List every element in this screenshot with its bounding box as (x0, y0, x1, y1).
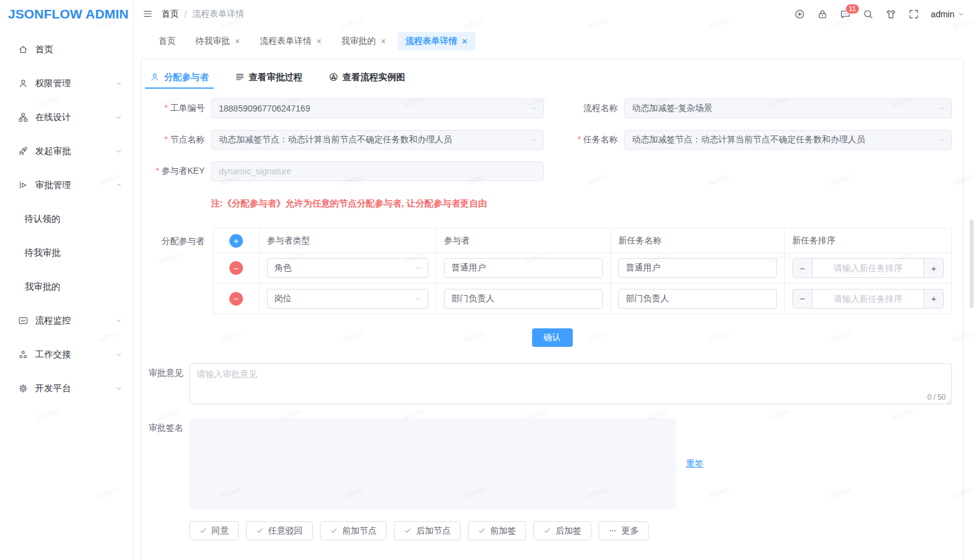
message-icon[interactable]: 11 (840, 9, 851, 20)
participant-input[interactable] (444, 289, 603, 309)
sidebar-item[interactable]: 流程监控 (0, 304, 133, 338)
sidebar-item-label: 发起审批 (35, 145, 115, 157)
participants-header-row: + 参与者类型 参与者 新任务名称 新任务排序 (213, 229, 951, 253)
sidebar-item[interactable]: 工作交接 (0, 338, 133, 371)
lock-icon[interactable] (817, 9, 828, 20)
content-tab[interactable]: 查看审批过程 (235, 65, 303, 89)
breadcrumb-separator: / (184, 9, 187, 19)
list-lines-icon (235, 72, 245, 82)
sidebar: JSONFLOW ADMIN 首页 权限管理 在线设计 发起审批 审批管理 待认… (0, 0, 134, 560)
content-tab[interactable]: 查看流程实例图 (329, 65, 406, 89)
collapse-menu-icon[interactable] (142, 9, 153, 19)
participant-input[interactable] (444, 258, 603, 278)
fullscreen-icon[interactable] (908, 9, 919, 20)
sidebar-subitem[interactable]: 待认领的 (0, 202, 133, 236)
chevron-down-icon (115, 384, 123, 392)
page-tab[interactable]: 流程表单详情 × (252, 32, 329, 51)
remove-row-button[interactable]: − (229, 261, 243, 275)
add-row-button[interactable]: + (229, 234, 243, 248)
opinion-field: 0 / 50 (189, 363, 952, 406)
participants-table: + 参与者类型 参与者 新任务名称 新任务排序 − 角色 − + − 岗位 (213, 228, 952, 314)
field-label-process-name: 流程名称 (550, 103, 618, 114)
decrease-button[interactable]: − (793, 259, 812, 277)
new-task-order-stepper: − + (792, 289, 944, 309)
decrease-button[interactable]: − (793, 290, 812, 308)
sidebar-item[interactable]: 权限管理 (0, 67, 133, 100)
column-header: 新任务名称 (611, 229, 785, 253)
monitor-chart-icon (18, 315, 28, 326)
increase-button[interactable]: + (924, 290, 943, 308)
confirm-button[interactable]: 确认 (532, 328, 573, 347)
resign-link[interactable]: 重签 (686, 458, 703, 469)
more-button[interactable]: 更多 (599, 521, 649, 540)
check-icon (543, 527, 551, 535)
close-icon[interactable]: × (316, 37, 321, 46)
breadcrumb-home[interactable]: 首页 (162, 9, 179, 20)
close-icon[interactable]: × (235, 37, 240, 46)
sidebar-item[interactable]: 发起审批 (0, 134, 133, 168)
page-tab[interactable]: 我审批的 × (333, 32, 393, 51)
header: 首页 / 流程表单详情 11 admin (134, 0, 976, 28)
action-button[interactable]: 同意 (189, 521, 239, 540)
content-tab-label: 查看审批过程 (249, 71, 303, 83)
theme-shirt-icon[interactable] (885, 9, 896, 20)
new-task-name-input[interactable] (618, 289, 777, 309)
sidebar-item[interactable]: 在线设计 (0, 100, 133, 134)
field-label-task-name: 任务名称 (550, 134, 618, 145)
page-tab-label: 我审批的 (341, 36, 375, 47)
new-task-order-input[interactable] (812, 259, 924, 277)
action-button[interactable]: 前加节点 (320, 521, 387, 540)
participant-type-select[interactable]: 岗位 (267, 289, 429, 309)
close-icon[interactable]: × (380, 37, 385, 46)
process-name-select[interactable]: 动态加减签-复杂场景 (624, 99, 952, 118)
sidebar-subitem[interactable]: 待我审批 (0, 236, 133, 270)
chevron-up-icon (115, 181, 123, 189)
action-button[interactable]: 任意驳回 (246, 521, 313, 540)
participant-row: − 角色 − + (213, 253, 951, 283)
page-tab[interactable]: 待我审批 × (187, 32, 248, 51)
action-button-label: 同意 (211, 526, 229, 537)
sidebar-item-label: 审批管理 (35, 179, 115, 191)
participant-key-input[interactable] (211, 161, 544, 181)
column-header: 参与者类型 (260, 229, 437, 253)
increase-button[interactable]: + (924, 259, 943, 277)
char-counter: 0 / 50 (925, 393, 946, 402)
page-tab-label: 待我审批 (195, 36, 230, 47)
node-name-select[interactable]: 动态加减签节点：动态计算当前节点不确定任务数和办理人员 (211, 130, 544, 150)
remove-row-button[interactable]: − (229, 292, 243, 306)
sidebar-item[interactable]: 审批管理 (0, 168, 133, 202)
user-icon (18, 78, 28, 89)
column-header: 新任务排序 (785, 229, 951, 253)
page-tab-label: 流程表单详情 (260, 36, 311, 47)
field-label-node-name: 节点名称 (149, 134, 205, 145)
new-task-order-input[interactable] (812, 290, 924, 308)
new-task-name-input[interactable] (618, 258, 777, 278)
participant-type-select[interactable]: 角色 (267, 258, 429, 278)
page-tab[interactable]: 首页 (150, 32, 184, 51)
sidebar-item[interactable]: 首页 (0, 33, 133, 67)
chevron-down-icon (115, 317, 123, 325)
order-no-select[interactable]: 1888590967706247169 (211, 99, 544, 118)
task-name-select[interactable]: 动态加减签节点：动态计算当前节点不确定任务数和办理人员 (624, 130, 952, 150)
action-button[interactable]: 前加签 (468, 521, 526, 540)
user-menu[interactable]: admin (931, 9, 965, 19)
flow-diagram-icon (329, 72, 338, 82)
circle-plus-icon[interactable] (794, 9, 805, 20)
sidebar-item[interactable]: 开发平台 (0, 371, 133, 405)
page-tab[interactable]: 流程表单详情 × (398, 32, 475, 51)
notification-badge: 11 (845, 4, 859, 14)
signature-canvas[interactable] (189, 418, 676, 509)
close-icon[interactable]: × (462, 37, 467, 46)
action-button[interactable]: 后加节点 (394, 521, 461, 540)
search-icon[interactable] (863, 9, 874, 20)
participant-key-field (211, 161, 544, 181)
scrollbar-thumb[interactable] (970, 219, 974, 308)
sidebar-item-label: 首页 (35, 44, 123, 55)
check-icon (256, 527, 264, 535)
sidebar-subitem[interactable]: 我审批的 (0, 270, 133, 304)
assign-note: 注:《分配参与者》允许为任意的节点分配参与者, 让分配参与者更自由 (211, 198, 956, 209)
action-button[interactable]: 后加签 (533, 521, 591, 540)
opinion-textarea[interactable] (189, 363, 952, 404)
check-icon (478, 527, 486, 535)
content-tab[interactable]: 分配参与者 (150, 65, 209, 89)
